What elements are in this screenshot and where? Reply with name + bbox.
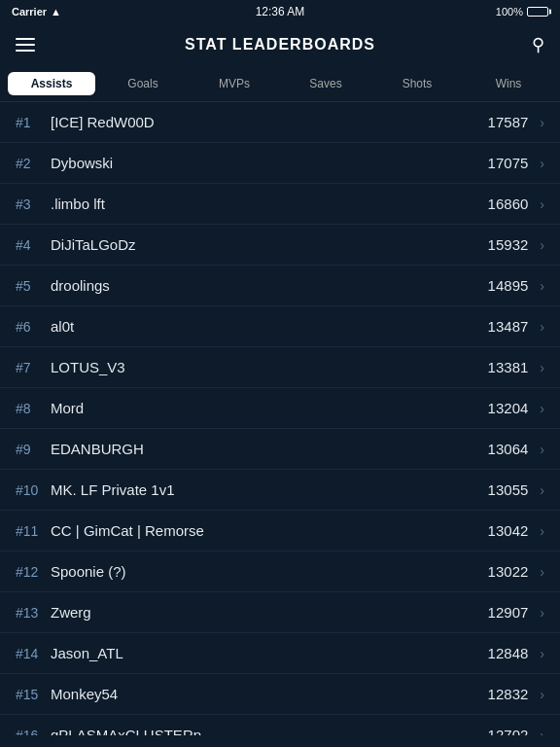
item-score: 13042 [488, 522, 529, 539]
item-name: LOTUS_V3 [51, 359, 488, 375]
battery-icon [527, 7, 548, 17]
item-rank: #1 [16, 115, 51, 130]
item-score: 12832 [488, 686, 529, 702]
chevron-right-icon: › [540, 360, 544, 375]
table-row[interactable]: #5droolings14895› [0, 266, 560, 306]
wifi-icon: ▲ [51, 6, 61, 18]
item-rank: #16 [16, 728, 51, 736]
item-score: 13055 [488, 481, 529, 498]
item-name: Dybowski [51, 155, 488, 171]
battery-percent: 100% [496, 6, 523, 18]
item-name: Jason_ATL [51, 645, 488, 661]
page-title: STAT LEADERBOARDS [185, 36, 375, 53]
chevron-right-icon: › [540, 564, 544, 580]
chevron-right-icon: › [540, 115, 544, 130]
table-row[interactable]: #16qPLASMAxCLUSTERp12702› [0, 715, 560, 735]
item-name: Mord [51, 400, 488, 416]
item-name: DiJiTaLGoDz [51, 236, 488, 253]
item-name: MK. LF Private 1v1 [51, 481, 488, 498]
item-score: 12702 [488, 727, 529, 735]
item-rank: #11 [16, 523, 51, 539]
item-score: 13022 [488, 563, 529, 580]
chevron-right-icon: › [540, 523, 544, 539]
item-rank: #12 [16, 564, 51, 580]
chevron-right-icon: › [540, 728, 544, 736]
item-name: .limbo lft [51, 196, 488, 212]
item-rank: #15 [16, 687, 51, 702]
table-row[interactable]: #12Spoonie (?)13022› [0, 551, 560, 592]
tab-wins[interactable]: Wins [465, 72, 552, 95]
item-rank: #13 [16, 605, 51, 621]
item-score: 12848 [488, 645, 529, 661]
item-rank: #6 [16, 319, 51, 335]
chevron-right-icon: › [540, 196, 544, 212]
item-score: 13064 [488, 441, 529, 457]
menu-button[interactable] [16, 38, 35, 52]
item-name: Monkey54 [51, 686, 488, 702]
tab-assists[interactable]: Assists [8, 72, 95, 95]
item-score: 14895 [488, 277, 529, 294]
item-rank: #8 [16, 401, 51, 416]
status-left: Carrier ▲ [12, 6, 61, 18]
status-right: 100% [496, 6, 548, 18]
carrier-text: Carrier [12, 6, 47, 18]
chevron-right-icon: › [540, 237, 544, 253]
item-rank: #4 [16, 237, 51, 253]
table-row[interactable]: #10MK. LF Private 1v113055› [0, 470, 560, 511]
tab-saves[interactable]: Saves [282, 72, 369, 95]
chevron-right-icon: › [540, 442, 544, 457]
item-score: 17587 [488, 114, 529, 130]
item-rank: #14 [16, 646, 51, 661]
item-score: 13204 [488, 400, 529, 416]
item-rank: #7 [16, 360, 51, 375]
table-row[interactable]: #3.limbo lft16860› [0, 184, 560, 225]
leaderboard-list: #1[ICE] RedW00D17587›#2Dybowski17075›#3.… [0, 102, 560, 735]
item-score: 12907 [488, 604, 529, 621]
tab-mvps[interactable]: MVPs [191, 72, 278, 95]
status-time: 12:36 AM [256, 5, 305, 18]
item-name: al0t [51, 318, 488, 335]
nav-bar: STAT LEADERBOARDS ⚲ [0, 23, 560, 66]
item-score: 13487 [488, 318, 529, 335]
chevron-right-icon: › [540, 482, 544, 498]
table-row[interactable]: #13Zwerg12907› [0, 592, 560, 633]
item-score: 16860 [488, 196, 529, 212]
item-name: qPLASMAxCLUSTERp [51, 727, 488, 735]
table-row[interactable]: #15Monkey5412832› [0, 674, 560, 715]
item-name: CC | GimCat | Remorse [51, 522, 488, 539]
table-row[interactable]: #8Mord13204› [0, 388, 560, 429]
item-rank: #5 [16, 278, 51, 294]
item-rank: #10 [16, 482, 51, 498]
chevron-right-icon: › [540, 278, 544, 294]
item-score: 15932 [488, 236, 529, 253]
item-name: [ICE] RedW00D [51, 114, 488, 130]
table-row[interactable]: #4DiJiTaLGoDz15932› [0, 225, 560, 266]
item-name: EDANBURGH [51, 441, 488, 457]
table-row[interactable]: #11CC | GimCat | Remorse13042› [0, 511, 560, 551]
item-name: Zwerg [51, 604, 488, 621]
item-rank: #2 [16, 156, 51, 171]
item-rank: #9 [16, 442, 51, 457]
table-row[interactable]: #2Dybowski17075› [0, 143, 560, 184]
chevron-right-icon: › [540, 319, 544, 335]
table-row[interactable]: #7LOTUS_V313381› [0, 347, 560, 388]
tab-goals[interactable]: Goals [99, 72, 187, 95]
search-button[interactable]: ⚲ [532, 34, 544, 55]
item-name: Spoonie (?) [51, 563, 488, 580]
chevron-right-icon: › [540, 687, 544, 702]
table-row[interactable]: #1[ICE] RedW00D17587› [0, 102, 560, 143]
table-row[interactable]: #9EDANBURGH13064› [0, 429, 560, 470]
item-score: 13381 [488, 359, 529, 375]
chevron-right-icon: › [540, 156, 544, 171]
item-score: 17075 [488, 155, 529, 171]
tab-shots[interactable]: Shots [373, 72, 461, 95]
table-row[interactable]: #14Jason_ATL12848› [0, 633, 560, 674]
item-name: droolings [51, 277, 488, 294]
table-row[interactable]: #6al0t13487› [0, 306, 560, 347]
chevron-right-icon: › [540, 401, 544, 416]
chevron-right-icon: › [540, 605, 544, 621]
status-bar: Carrier ▲ 12:36 AM 100% [0, 0, 560, 23]
chevron-right-icon: › [540, 646, 544, 661]
tab-bar: Assists Goals MVPs Saves Shots Wins [0, 66, 560, 101]
item-rank: #3 [16, 196, 51, 212]
